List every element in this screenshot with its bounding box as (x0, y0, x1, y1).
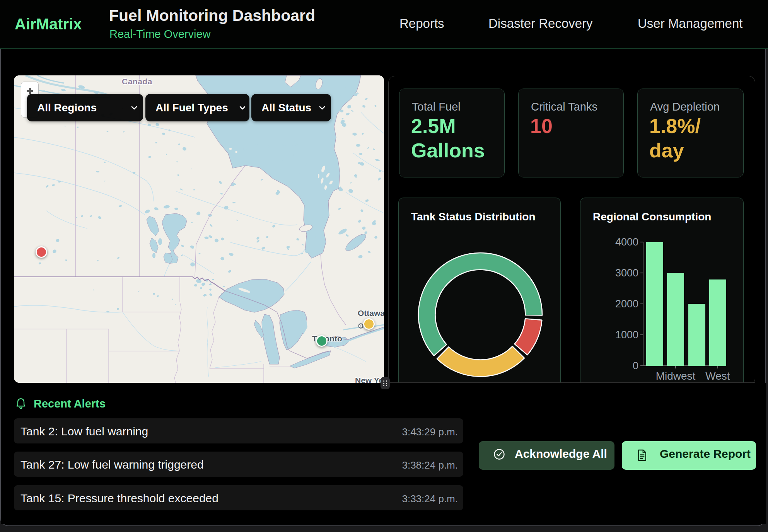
svg-text:3000: 3000 (615, 267, 638, 279)
svg-text:4000: 4000 (615, 236, 638, 248)
svg-text:Midwest: Midwest (656, 370, 696, 382)
svg-text:0: 0 (633, 360, 638, 372)
svg-text:1000: 1000 (615, 329, 638, 341)
svg-text:West: West (705, 370, 730, 382)
svg-text:2000: 2000 (615, 298, 638, 310)
